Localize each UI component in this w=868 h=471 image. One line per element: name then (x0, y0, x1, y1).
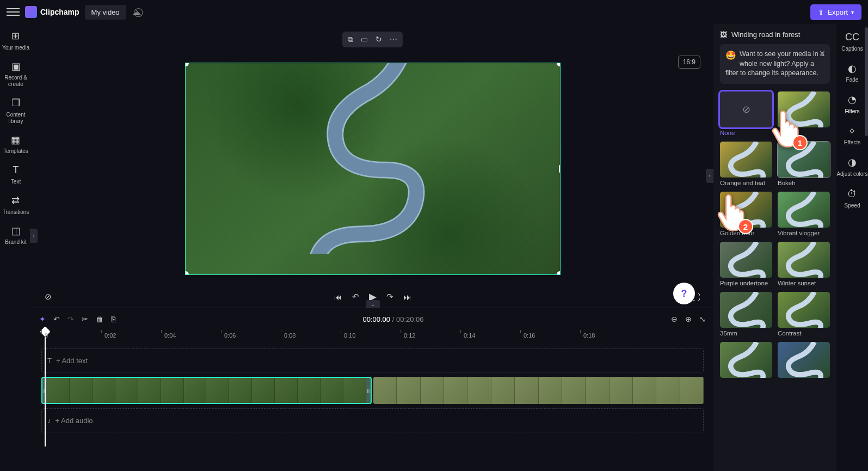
sidebar-content-library[interactable]: ❐Content library (0, 97, 32, 125)
filter-thumbnail (778, 242, 830, 278)
rail-adjust-colors[interactable]: ◑Adjust colors (836, 157, 867, 178)
ruler-tick: 0:04 (164, 332, 176, 339)
clip-thumbnail (206, 378, 229, 403)
right-panel-collapse[interactable]: ‹ (706, 169, 713, 183)
filter-extra2[interactable] (778, 342, 830, 380)
crop-icon[interactable]: ⧉ (348, 35, 353, 44)
filter-35mm[interactable]: 35mm (720, 292, 772, 337)
clip-thumbnail (343, 378, 366, 403)
clip-thumbnail (252, 378, 275, 403)
text-icon: T (13, 164, 19, 176)
captions-icon: CC (845, 32, 859, 44)
filter-contrast[interactable]: Contrast (778, 292, 830, 337)
rail-filters[interactable]: ◔Filters (845, 94, 859, 115)
clipchamp-logo-icon (25, 6, 37, 18)
playhead-line (45, 332, 46, 446)
clip-handle-right[interactable]: || (366, 378, 371, 403)
hamburger-menu[interactable] (7, 5, 20, 19)
video-preview[interactable] (185, 63, 561, 275)
clip-thumbnail (70, 378, 93, 403)
adjust-icon: ◑ (848, 157, 857, 169)
timeline-collapse[interactable]: ⌄ (366, 300, 380, 308)
filter-purple-undertone[interactable]: Purple undertone (720, 242, 772, 286)
rewind-icon[interactable]: ↶ (352, 292, 359, 302)
filter-retro[interactable]: Retro (778, 91, 830, 136)
filter-thumbnail (720, 292, 772, 328)
filter-golden-hour[interactable]: Golden hour (720, 192, 772, 236)
resize-handle-mr[interactable] (559, 165, 561, 173)
split-icon[interactable]: ✂ (82, 315, 88, 323)
more-icon[interactable]: ⋯ (390, 35, 397, 44)
filter-thumbnail (720, 342, 772, 378)
effects-icon: ✧ (848, 126, 856, 138)
filter-thumbnail (720, 242, 772, 278)
filter-vibrant-vlogger[interactable]: Vibrant vlogger (778, 192, 830, 236)
zoom-out-icon[interactable]: ⊖ (671, 315, 678, 323)
clip-thumbnail (421, 377, 444, 404)
audio-track[interactable]: ♪ + Add audio (41, 408, 704, 432)
filter-bokeh[interactable]: Bokeh (778, 142, 830, 186)
rail-fade[interactable]: ◐Fade (846, 63, 859, 84)
forward-icon[interactable]: ↷ (386, 292, 393, 302)
duplicate-icon[interactable]: ⎘ (111, 315, 115, 323)
video-track[interactable]: || || (41, 377, 704, 404)
preview-toolbar: ⧉ ▭ ↻ ⋯ (342, 32, 403, 47)
fit-icon[interactable]: ▭ (361, 35, 368, 44)
video-title-input[interactable]: My video (85, 5, 126, 20)
undo-icon[interactable]: ↶ (53, 315, 60, 323)
timeline-ruler[interactable]: 00:020:040:060:080:100:120:140:160:18 (41, 330, 704, 344)
clip-thumbnail (161, 378, 184, 403)
filter-orange-teal[interactable]: Orange and teal (720, 142, 772, 186)
sidebar-templates[interactable]: ▦Templates (3, 134, 28, 155)
app-name: Clipchamp (40, 8, 79, 16)
sidebar-text[interactable]: TText (11, 164, 21, 185)
zoom-fit-icon[interactable]: ⤡ (699, 315, 706, 323)
filter-winter-sunset[interactable]: Winter sunset (778, 242, 830, 286)
filters-panel: 🖼 Winding road in forest 🤩 Want to see y… (713, 24, 836, 471)
filter-thumbnail (778, 192, 830, 228)
redo-icon[interactable]: ↷ (67, 315, 74, 323)
text-track[interactable]: T + Add text (41, 348, 704, 372)
ruler-tick: 0:14 (464, 332, 475, 339)
video-clip-1[interactable]: || || (41, 377, 372, 404)
zoom-in-icon[interactable]: ⊕ (685, 315, 692, 323)
image-icon: 🖼 (720, 30, 727, 39)
rotate-icon[interactable]: ↻ (375, 35, 382, 44)
sidebar-record-create[interactable]: ▣Record & create (0, 61, 32, 88)
skip-forward-icon[interactable]: ⏭ (403, 292, 411, 302)
resize-handle-tr[interactable] (557, 63, 561, 66)
filter-label: Golden hour (720, 230, 772, 236)
ruler-tick: 0:16 (524, 332, 535, 339)
filter-extra1[interactable] (720, 342, 772, 380)
sidebar-brand-kit[interactable]: ◫Brand kit (5, 225, 26, 246)
sidebar-your-media[interactable]: ⊞Your media (2, 30, 29, 51)
help-button[interactable]: ? (673, 283, 695, 304)
rail-speed[interactable]: ⏱Speed (845, 188, 860, 209)
filter-thumbnail (720, 142, 772, 178)
video-clip-2[interactable] (373, 377, 704, 404)
audio-track-icon: ♪ (47, 417, 51, 425)
filter-none[interactable]: ⊘None (720, 91, 772, 136)
delete-icon[interactable]: 🗑 (96, 315, 103, 323)
clip-thumbnail (373, 377, 397, 404)
resize-handle-tl[interactable] (185, 63, 189, 66)
ruler-tick: 0:18 (583, 332, 595, 339)
hide-preview-icon[interactable]: ⊘ (45, 292, 52, 302)
clip-name: Winding road in forest (731, 30, 800, 39)
templates-icon: ▦ (11, 134, 20, 146)
ai-sparkle-icon[interactable]: ✦ (39, 315, 46, 323)
filter-thumbnail (778, 142, 830, 178)
cloud-sync-off-icon[interactable]: ☁︎⃠ (132, 7, 140, 17)
skip-back-icon[interactable]: ⏮ (334, 292, 342, 302)
filter-label: Contrast (778, 330, 830, 337)
ruler-tick: 0:08 (284, 332, 296, 339)
resize-handle-bl[interactable] (185, 271, 189, 275)
rail-captions[interactable]: CCCaptions (841, 32, 863, 52)
rail-effects[interactable]: ✧Effects (844, 126, 860, 146)
resize-handle-br[interactable] (557, 271, 561, 275)
close-tip-icon[interactable]: ✕ (819, 48, 826, 59)
tip-text: Want to see your media in a whole new li… (725, 50, 824, 77)
sidebar-transitions[interactable]: ⇄Transitions (3, 195, 29, 216)
camera-icon: ▣ (11, 61, 21, 73)
export-button[interactable]: ⇧ Export ▾ (810, 4, 861, 20)
